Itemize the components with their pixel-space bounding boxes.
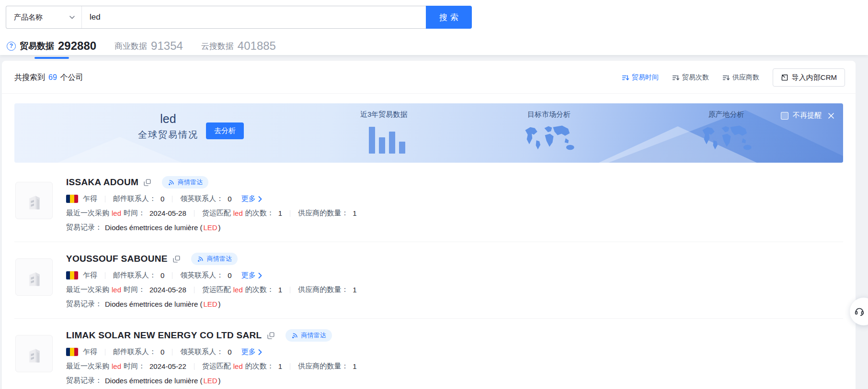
- linkedin-contacts-value: 0: [228, 348, 231, 356]
- active-tab-underline: [34, 57, 69, 59]
- building-placeholder-icon: [22, 265, 46, 289]
- summary-suffix: 个公司: [60, 73, 83, 81]
- more-link[interactable]: 更多: [241, 194, 262, 203]
- country-name: 乍得: [83, 271, 97, 280]
- banner-keyword-block: led 全球贸易情况 去分析: [138, 112, 244, 141]
- banner-section-label: 原产地分析: [698, 110, 754, 119]
- radar-icon: [197, 256, 204, 263]
- building-placeholder-icon: [22, 188, 46, 213]
- keyword-highlight: led: [233, 209, 243, 217]
- chad-flag-icon: [66, 271, 78, 279]
- world-map-icon: [521, 123, 577, 155]
- close-icon[interactable]: [828, 112, 834, 119]
- search-button[interactable]: 搜索: [426, 6, 472, 29]
- trade-record-text: Diodes émettrices de lumière (: [105, 377, 202, 385]
- sort-trade-time[interactable]: 贸易时间: [622, 73, 659, 82]
- import-icon: [781, 74, 788, 81]
- divider: [194, 287, 194, 293]
- sort-controls: 贸易时间 贸易次数 供应商数 导入内部CRM: [622, 68, 845, 87]
- email-contacts-value: 0: [160, 271, 164, 279]
- divider: [194, 210, 194, 217]
- copy-icon[interactable]: [143, 178, 151, 187]
- more-link[interactable]: 更多: [241, 347, 262, 356]
- page-header: 产品名称 搜索 ? 贸易数据 292880 商业数据 91354 云搜数据 40…: [0, 0, 868, 55]
- radar-badge[interactable]: 商情雷达: [286, 329, 332, 342]
- company-card: ISSAKA ADOUM 商情雷达 乍得 邮件联系人： 0: [14, 166, 843, 242]
- sort-descending-icon: [722, 74, 730, 81]
- sort-label: 贸易次数: [682, 73, 709, 82]
- sort-descending-icon: [672, 74, 679, 81]
- chevron-right-icon: [258, 349, 262, 355]
- sort-supplier-count[interactable]: 供应商数: [722, 73, 759, 82]
- email-contacts-value: 0: [160, 348, 164, 356]
- company-thumbnail[interactable]: [15, 335, 53, 372]
- more-label: 更多: [241, 347, 256, 356]
- copy-icon[interactable]: [172, 255, 181, 263]
- import-crm-label: 导入内部CRM: [792, 73, 837, 82]
- freight-match-label: 货运匹配: [202, 209, 231, 218]
- results-summary: 共搜索到69个公司: [14, 73, 83, 83]
- purchase-label: 时间：: [124, 285, 145, 294]
- tab-count: 292880: [58, 39, 96, 53]
- company-name[interactable]: LIMAK SOLAR NEW ENERGY CO LTD SARL: [66, 330, 262, 341]
- search-category-select[interactable]: 产品名称: [6, 6, 82, 28]
- chad-flag-icon: [66, 195, 78, 203]
- radar-badge[interactable]: 商情雷达: [162, 176, 208, 189]
- radar-icon: [291, 332, 298, 339]
- chad-flag-icon: [66, 348, 78, 356]
- trade-record-text: ): [218, 377, 221, 385]
- search-input[interactable]: [82, 6, 426, 28]
- tab-label: 贸易数据: [20, 40, 54, 52]
- divider: [194, 363, 194, 370]
- keyword-highlight: led: [233, 362, 243, 370]
- divider: [172, 349, 172, 356]
- email-contacts-label: 邮件联系人：: [113, 347, 156, 356]
- supplier-count-value: 1: [353, 209, 356, 217]
- tabs: ? 贸易数据 292880 商业数据 91354 云搜数据 401885: [6, 39, 868, 56]
- keyword-highlight: led: [112, 362, 121, 370]
- tab-label: 商业数据: [114, 41, 147, 52]
- company-name[interactable]: ISSAKA ADOUM: [66, 177, 138, 188]
- company-thumbnail[interactable]: [15, 258, 53, 296]
- freight-match-label: 的次数：: [245, 285, 274, 294]
- supplier-count-value: 1: [353, 362, 356, 370]
- linkedin-contacts-value: 0: [228, 195, 231, 203]
- company-thumbnail[interactable]: [15, 182, 53, 219]
- banner-subtitle: 全球贸易情况: [138, 129, 198, 141]
- linkedin-contacts-label: 领英联系人：: [180, 347, 223, 356]
- email-contacts-value: 0: [160, 195, 164, 203]
- trade-record-text: ): [218, 300, 221, 308]
- tab-business-data[interactable]: 商业数据 91354: [114, 39, 183, 56]
- keyword-highlight: led: [233, 286, 243, 294]
- trade-record-text: Diodes émettrices de lumière (: [105, 223, 202, 232]
- tab-count: 91354: [151, 39, 183, 53]
- import-crm-button[interactable]: 导入内部CRM: [773, 68, 845, 87]
- more-link[interactable]: 更多: [241, 271, 262, 280]
- company-name[interactable]: YOUSSOUF SABOUNE: [66, 254, 168, 264]
- banner-dismiss: 不再提醒: [781, 111, 834, 120]
- last-purchase-date: 2024-05-22: [149, 362, 186, 370]
- building-placeholder-icon: [22, 341, 46, 366]
- banner-section-label: 近3年贸易数据: [360, 110, 407, 119]
- copy-icon[interactable]: [267, 332, 275, 340]
- banner-section-trade-3y: 近3年贸易数据: [360, 110, 407, 154]
- radar-badge[interactable]: 商情雷达: [191, 253, 238, 265]
- tab-trade-data[interactable]: ? 贸易数据 292880: [7, 39, 96, 56]
- tab-cloud-search-data[interactable]: 云搜数据 401885: [201, 39, 276, 56]
- search-bar: 产品名称 搜索: [6, 6, 472, 29]
- banner-keyword: led: [138, 112, 198, 126]
- headset-icon: [854, 306, 865, 317]
- sort-trade-count[interactable]: 贸易次数: [672, 73, 709, 82]
- sort-label: 贸易时间: [632, 73, 659, 82]
- sort-descending-icon: [622, 74, 629, 81]
- analyze-button[interactable]: 去分析: [206, 122, 244, 139]
- linkedin-contacts-value: 0: [228, 271, 231, 279]
- chevron-down-icon: [69, 16, 75, 19]
- freight-match-label: 货运匹配: [202, 362, 231, 371]
- company-card: LIMAK SOLAR NEW ENERGY CO LTD SARL 商情雷达 …: [14, 319, 843, 389]
- supplier-count-label: 供应商的数量：: [298, 362, 348, 371]
- dismiss-checkbox[interactable]: [781, 112, 788, 120]
- banner-section-label: 目标市场分析: [521, 110, 577, 119]
- sort-label: 供应商数: [732, 73, 759, 82]
- bar-chart-icon: [369, 125, 407, 154]
